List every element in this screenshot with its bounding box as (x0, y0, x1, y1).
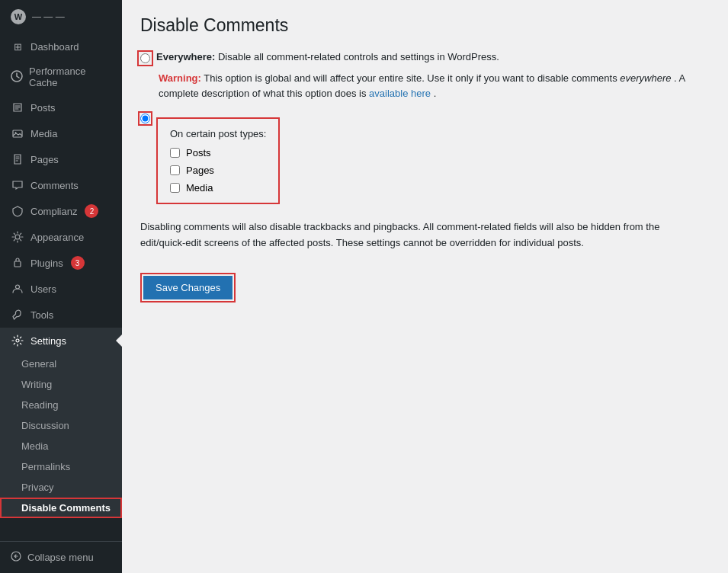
sidebar-item-label: Pages (30, 154, 59, 165)
sidebar-item-pages[interactable]: Pages (0, 146, 122, 172)
save-changes-button-wrap: Save Changes (140, 273, 236, 303)
site-name: — — — (32, 11, 65, 22)
performance-cache-label: Performance Cache (29, 66, 111, 88)
certain-post-types-radio[interactable] (140, 114, 150, 123)
sidebar-item-media[interactable]: Media (0, 120, 122, 146)
posts-checkbox[interactable] (170, 148, 180, 158)
warning-everywhere: everywhere (620, 72, 671, 84)
svg-point-3 (15, 235, 20, 239)
sidebar-item-performance-cache[interactable]: Performance Cache (0, 59, 122, 94)
disable-comments-form: Everywhere: Disable all comment-related … (140, 51, 710, 303)
sidebar-item-label: Dashboard (30, 41, 79, 53)
everywhere-option: Everywhere: Disable all comment-related … (140, 51, 710, 63)
sidebar-item-label: Users (30, 283, 56, 295)
sidebar-item-posts[interactable]: Posts (0, 94, 122, 120)
save-changes-button[interactable]: Save Changes (143, 276, 233, 299)
settings-sub-reading[interactable]: Reading (0, 395, 122, 415)
wp-logo-icon: W (11, 9, 26, 24)
sidebar-item-tools[interactable]: Tools (0, 302, 122, 328)
sidebar-item-comments[interactable]: Comments (0, 172, 122, 198)
settings-sub-permalinks[interactable]: Permalinks (0, 456, 122, 477)
post-types-heading: On certain post types: (170, 128, 266, 139)
warning-label: Warning: (159, 72, 201, 84)
warning-box: Warning: This option is global and will … (159, 71, 710, 101)
svg-point-5 (16, 285, 20, 289)
dashboard-icon: ⊞ (11, 40, 24, 53)
everywhere-radio[interactable] (140, 53, 150, 63)
sidebar-item-plugins[interactable]: Plugins 3 (0, 250, 122, 276)
sidebar-item-appearance[interactable]: Appearance (0, 224, 122, 250)
performance-cache-icon (11, 70, 23, 85)
settings-sub-discussion[interactable]: Discussion (0, 415, 122, 436)
svg-rect-4 (14, 261, 21, 267)
complianz-icon (11, 204, 24, 218)
collapse-icon (11, 551, 21, 564)
posts-checkbox-label[interactable]: Posts (186, 147, 211, 158)
page-title: Disable Comments (140, 15, 710, 36)
appearance-icon (11, 230, 24, 244)
settings-sub-privacy[interactable]: Privacy (0, 477, 122, 498)
collapse-menu-label: Collapse menu (27, 552, 94, 563)
media-checkbox[interactable] (170, 183, 180, 193)
main-content: Disable Comments Everywhere: Disable all… (122, 0, 728, 573)
posts-checkbox-item: Posts (170, 147, 266, 158)
settings-sub-media[interactable]: Media (0, 436, 122, 456)
settings-icon (11, 334, 24, 347)
comments-icon (11, 178, 24, 192)
plugins-icon (11, 256, 24, 270)
everywhere-label[interactable]: Everywhere: Disable all comment-related … (156, 51, 499, 62)
tools-icon (11, 308, 24, 322)
certain-post-types-option: On certain post types: Posts Pages Media (140, 111, 710, 210)
site-logo-area[interactable]: W — — — (0, 0, 122, 34)
media-checkbox-item: Media (170, 182, 266, 194)
plugins-badge: 3 (71, 256, 85, 270)
sidebar-item-label: Plugins (30, 258, 63, 269)
sidebar-item-label: Appearance (30, 232, 84, 243)
everywhere-desc: Disable all comment-related controls and… (218, 51, 499, 62)
sidebar-item-label: Tools (30, 309, 53, 321)
available-here-link[interactable]: available here (369, 88, 431, 99)
everywhere-strong: Everywhere: (156, 51, 215, 62)
warning-period: . (434, 88, 437, 99)
sidebar-item-dashboard[interactable]: ⊞ Dashboard (0, 34, 122, 59)
sidebar-item-settings[interactable]: Settings (0, 328, 122, 354)
settings-arrow-icon (116, 335, 122, 347)
sidebar-item-users[interactable]: Users (0, 276, 122, 302)
sidebar-item-label: Complianz (30, 206, 77, 217)
settings-sub-general[interactable]: General (0, 354, 122, 374)
warning-text: This option is global and will affect yo… (204, 72, 617, 84)
sidebar-item-label: Posts (30, 102, 56, 114)
users-icon (11, 282, 24, 296)
sidebar-item-label: Media (30, 128, 57, 139)
certain-post-types-label[interactable]: On certain post types: Posts Pages Media (156, 111, 280, 210)
svg-rect-1 (13, 130, 22, 137)
description-text: Disabling comments will also disable tra… (140, 219, 689, 251)
settings-sub-writing[interactable]: Writing (0, 374, 122, 395)
post-types-box: On certain post types: Posts Pages Media (156, 117, 280, 204)
posts-icon (11, 101, 24, 114)
pages-checkbox-label[interactable]: Pages (186, 165, 214, 176)
sidebar-item-label: Settings (30, 335, 66, 347)
settings-submenu: General Writing Reading Discussion Media… (0, 354, 122, 518)
pages-checkbox[interactable] (170, 165, 180, 175)
media-icon (11, 126, 24, 140)
svg-point-6 (16, 339, 19, 342)
complianz-badge: 2 (85, 204, 98, 218)
media-checkbox-label[interactable]: Media (186, 182, 213, 194)
pages-icon (11, 152, 24, 166)
collapse-menu-button[interactable]: Collapse menu (0, 541, 122, 573)
sidebar: W — — — ⊞ Dashboard Performance Cache Po… (0, 0, 122, 573)
pages-checkbox-item: Pages (170, 165, 266, 176)
sidebar-item-complianz[interactable]: Complianz 2 (0, 198, 122, 224)
sidebar-item-label: Comments (30, 180, 79, 191)
settings-sub-disable-comments[interactable]: Disable Comments (0, 498, 122, 518)
